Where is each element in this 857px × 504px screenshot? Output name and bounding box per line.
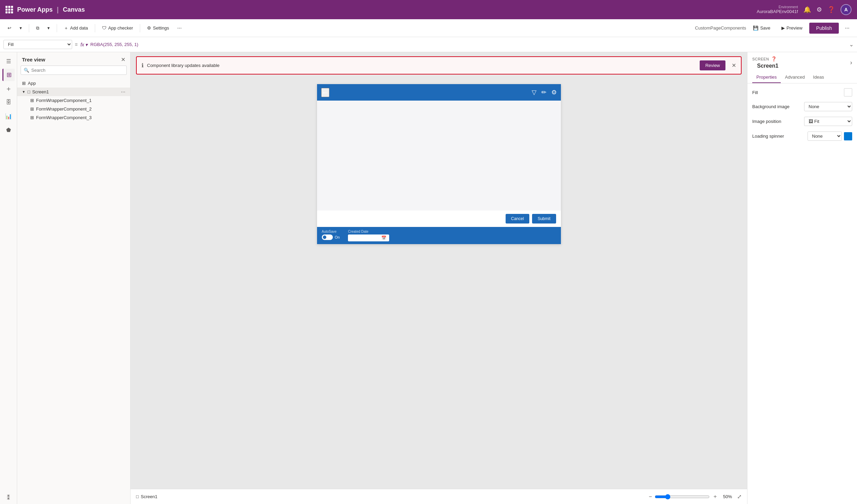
nav-component-icon[interactable]: ⬟ (2, 124, 15, 136)
property-select[interactable]: Fill (3, 40, 72, 49)
main-layout: ☰ ⊞ ＋ 🗄 📊 ⬟ ⁑ Tree view ✕ 🔍 ⊞ App ▼ □ Sc… (0, 52, 857, 504)
component-3-icon: ⊞ (30, 115, 34, 120)
zoom-out-button[interactable]: − (649, 494, 652, 500)
waffle-icon[interactable] (5, 6, 13, 13)
notification-close-button[interactable]: ✕ (732, 62, 736, 69)
tree-title: Tree view (22, 57, 45, 62)
nav-layers-icon[interactable]: ⊞ (2, 69, 15, 81)
app-back-button[interactable]: ← (321, 88, 329, 97)
notification-review-button[interactable]: Review (700, 60, 725, 70)
canvas-bottom-bar: □ Screen1 − ＋ 50% ⤢ (131, 489, 747, 504)
zoom-fit-button[interactable]: ⤢ (737, 493, 742, 500)
tree-close-button[interactable]: ✕ (121, 56, 125, 63)
zoom-slider[interactable] (655, 494, 710, 500)
save-button[interactable]: 💾 Save (749, 24, 775, 32)
created-date-field: Created Date 📅 (348, 230, 389, 241)
tab-advanced[interactable]: Advanced (781, 72, 809, 83)
tree-app-item[interactable]: ⊞ App (17, 79, 130, 88)
add-icon: ＋ (64, 25, 68, 31)
formula-expand-icon[interactable]: ⌄ (849, 41, 854, 48)
app-body (317, 101, 561, 210)
tree-component-item-3[interactable]: ⊞ FormWrapperComponent_3 (17, 113, 130, 122)
more-button[interactable]: ⋯ (174, 24, 185, 32)
top-bar: Power Apps | Canvas Environment AuroraBA… (0, 0, 857, 19)
add-data-button[interactable]: ＋ Add data (60, 23, 91, 33)
app-name: Power Apps (17, 6, 53, 13)
bg-image-label: Background image (752, 104, 789, 109)
nav-chart-icon[interactable]: 📊 (2, 110, 15, 122)
bg-image-select[interactable]: None (804, 102, 852, 111)
tree-search-input[interactable] (31, 68, 124, 73)
fill-property-row: Fill (752, 88, 852, 96)
search-icon: 🔍 (24, 68, 29, 73)
component-2-icon: ⊞ (30, 106, 34, 112)
right-tabs: Properties Advanced Ideas (747, 72, 857, 83)
tree-component-item-1[interactable]: ⊞ FormWrapperComponent_1 (17, 96, 130, 105)
autosave-toggle[interactable]: On (322, 234, 340, 240)
notification-bell-icon[interactable]: 🔔 (803, 6, 811, 13)
image-position-select[interactable]: 🖼 Fit (804, 117, 852, 126)
settings-gear-icon: ⚙ (147, 25, 151, 31)
app-checker-button[interactable]: 🛡 App checker (99, 24, 136, 32)
toolbar-right: CustomPageComponents 💾 Save ▶ Preview Pu… (695, 23, 853, 34)
app-submit-button[interactable]: Submit (532, 214, 556, 224)
nav-variable-icon[interactable]: ⁑ (2, 492, 15, 504)
user-avatar[interactable]: A (841, 4, 852, 15)
nav-add-icon[interactable]: ＋ (2, 82, 15, 95)
formula-input[interactable] (90, 42, 846, 47)
left-icon-sidebar: ☰ ⊞ ＋ 🗄 📊 ⬟ ⁑ (0, 52, 17, 504)
app-settings-icon[interactable]: ⚙ (551, 89, 557, 96)
tree-screen-item[interactable]: ▼ □ Screen1 ⋯ (17, 88, 130, 96)
publish-button[interactable]: Publish (809, 23, 839, 34)
copy-button[interactable]: ⧉ (33, 24, 43, 33)
settings-icon[interactable]: ⚙ (816, 6, 822, 13)
undo-dropdown[interactable]: ▾ (16, 24, 25, 32)
save-icon: 💾 (753, 25, 758, 31)
bg-image-control: None (804, 102, 852, 111)
tab-properties[interactable]: Properties (752, 72, 781, 83)
screen-frame: ← ▽ ✏ ⚙ Cancel Submit AutoS (317, 84, 561, 244)
fx-dropdown-icon[interactable]: ▾ (85, 42, 88, 47)
fill-color-swatch[interactable] (844, 88, 852, 96)
right-properties: Fill Background image None Image positio… (747, 83, 857, 146)
fx-text: fx (80, 42, 84, 47)
environment-info: Environment AuroraBAPEnv0041f (757, 5, 798, 14)
calendar-icon[interactable]: 📅 (381, 236, 386, 240)
app-cancel-button[interactable]: Cancel (506, 214, 529, 224)
spinner-color-swatch[interactable] (844, 132, 852, 140)
more-dots-icon: ⋯ (177, 25, 182, 31)
preview-button[interactable]: ▶ Preview (777, 24, 807, 32)
logo-divider: | (57, 6, 59, 14)
notification-bar: ℹ Component library updates available Re… (136, 56, 742, 75)
toolbar-more-button[interactable]: ⋯ (842, 24, 853, 32)
zoom-in-button[interactable]: ＋ (712, 493, 718, 500)
tree-header: Tree view ✕ (17, 52, 130, 66)
preview-play-icon: ▶ (781, 25, 785, 31)
fill-label: Fill (752, 90, 758, 95)
right-expand-button[interactable]: › (850, 59, 852, 66)
app-filter-icon[interactable]: ▽ (532, 89, 537, 96)
image-position-row: Image position 🖼 Fit (752, 117, 852, 126)
nav-data-icon[interactable]: 🗄 (2, 96, 15, 108)
toggle-on-label: On (335, 235, 340, 239)
help-icon[interactable]: ❓ (827, 6, 835, 13)
date-input[interactable]: 📅 (348, 234, 389, 241)
screen-more-icon[interactable]: ⋯ (121, 89, 125, 94)
app-top-icons: ▽ ✏ ⚙ (532, 89, 557, 96)
undo-button[interactable]: ↩ (4, 24, 15, 32)
canvas-viewport: ← ▽ ✏ ⚙ Cancel Submit AutoS (131, 79, 747, 489)
app-edit-icon[interactable]: ✏ (541, 89, 546, 96)
right-panel: SCREEN ❓ Screen1 › Properties Advanced I… (747, 52, 857, 504)
right-help-icon[interactable]: ❓ (771, 56, 777, 61)
toggle-knob[interactable] (322, 234, 333, 240)
tree-component-item-2[interactable]: ⊞ FormWrapperComponent_2 (17, 105, 130, 113)
page-name-label: CustomPageComponents (695, 25, 746, 31)
nav-menu-icon[interactable]: ☰ (2, 55, 15, 67)
settings-button[interactable]: ⚙ Settings (144, 24, 172, 32)
tab-ideas[interactable]: Ideas (809, 72, 828, 83)
tree-panel: Tree view ✕ 🔍 ⊞ App ▼ □ Screen1 ⋯ ⊞ Form… (17, 52, 131, 504)
copy-dropdown[interactable]: ▾ (44, 24, 53, 32)
app-logo[interactable]: Power Apps | Canvas (17, 6, 85, 14)
autosave-label: AutoSave (322, 230, 340, 233)
loading-spinner-select[interactable]: None (808, 131, 842, 141)
